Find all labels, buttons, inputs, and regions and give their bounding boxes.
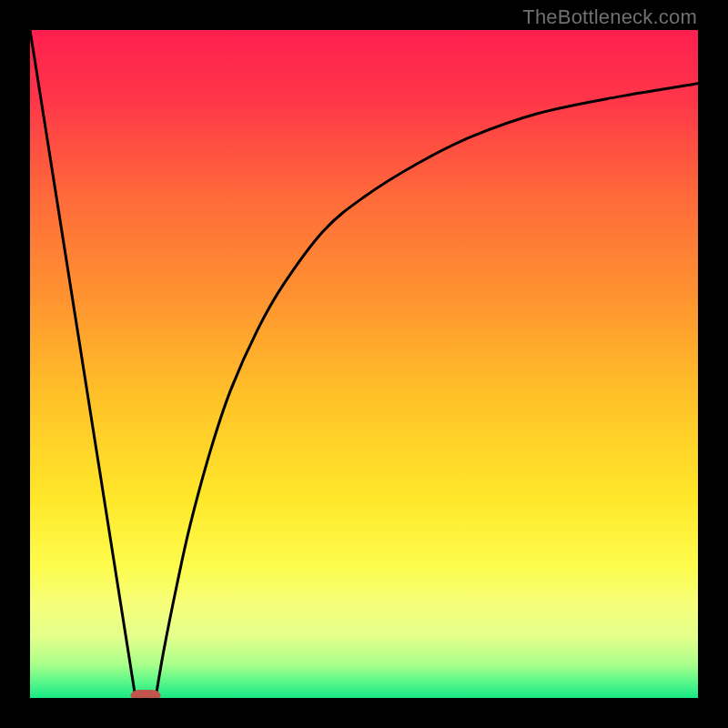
- minimum-marker: [131, 691, 160, 698]
- chart-frame: TheBottleneck.com: [0, 0, 728, 728]
- gradient-background: [30, 30, 698, 698]
- chart-svg: [30, 30, 698, 698]
- watermark-text: TheBottleneck.com: [522, 5, 697, 29]
- plot-area: [30, 30, 698, 698]
